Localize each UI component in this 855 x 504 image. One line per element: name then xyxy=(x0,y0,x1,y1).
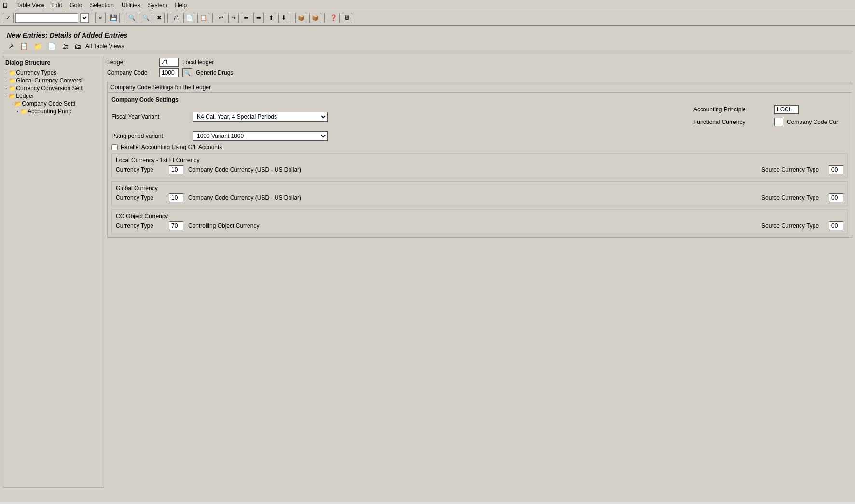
fiscal-year-select[interactable]: K4 Cal. Year, 4 Special Periods xyxy=(193,112,328,122)
sidebar-item-currency-types[interactable]: · 📁 Currency Types xyxy=(5,69,102,77)
menu-utilities[interactable]: Utilities xyxy=(118,1,144,10)
page-toolbar-icon3[interactable]: 📁 xyxy=(32,42,43,51)
pkg2-button[interactable]: 📦 xyxy=(309,13,321,23)
folder-icon-3: 📁 xyxy=(9,85,16,92)
co-currency-row: Currency Type Controlling Object Currenc… xyxy=(116,221,843,230)
doc1-button[interactable]: 📄 xyxy=(183,13,195,23)
nav5-button[interactable]: ⬆ xyxy=(266,13,276,23)
menu-edit[interactable]: Edit xyxy=(48,1,66,10)
main-section-box: Company Code Settings for the Ledger Com… xyxy=(107,82,852,238)
company-value-input[interactable] xyxy=(159,68,179,77)
local-currency-type-input[interactable] xyxy=(169,165,183,174)
toolbar-sep-5 xyxy=(292,13,292,23)
body-layout: Dialog Structure · 📁 Currency Types · 📁 … xyxy=(3,56,852,488)
nav6-button[interactable]: ⬇ xyxy=(278,13,289,23)
local-source-value-input[interactable] xyxy=(829,165,843,174)
find-button[interactable]: 🔍 xyxy=(126,13,138,23)
co-currency-type-label: Currency Type xyxy=(116,222,164,229)
ledger-label: Ledger xyxy=(107,59,155,66)
page-toolbar-icon1[interactable]: ↗ xyxy=(7,42,15,51)
back-button[interactable]: « xyxy=(95,13,106,23)
co-currency-type-input[interactable] xyxy=(169,221,183,230)
local-currency-type-label: Currency Type xyxy=(116,166,164,173)
fc-label: Functional Currency xyxy=(693,119,771,125)
folder-icon-2: 📁 xyxy=(9,77,16,84)
co-source-value-input[interactable] xyxy=(829,221,843,230)
print-button[interactable]: 🖨 xyxy=(171,13,181,23)
toolbar-sep-2 xyxy=(123,13,123,23)
nav3-button[interactable]: ⬅ xyxy=(241,13,251,23)
folder-icon-6: 📁 xyxy=(20,108,28,115)
right-panel: Ledger Local ledger Company Code 🔍 Gener… xyxy=(107,56,852,488)
page-toolbar-icon6[interactable]: 🗂 xyxy=(73,42,83,51)
co-source-label: Source Currency Type xyxy=(761,222,824,229)
help-button[interactable]: ❓ xyxy=(328,13,340,23)
fc-description: Company Code Cur xyxy=(787,119,838,125)
bullet-icon-4: · xyxy=(5,93,7,99)
command-input[interactable] xyxy=(15,13,78,23)
subsection-title: Company Code Settings xyxy=(111,95,848,105)
menu-bar: 🖥 Table View Edit Goto Selection Utiliti… xyxy=(0,0,855,11)
sidebar-item-company-code[interactable]: · 📂 Company Code Setti xyxy=(5,100,102,108)
parallel-accounting-checkbox[interactable] xyxy=(111,144,118,150)
posting-period-label: Pstng period variant xyxy=(111,133,189,139)
ap-value-input[interactable] xyxy=(774,105,799,114)
toolbar-sep-4 xyxy=(212,13,213,23)
folder-icon-5: 📂 xyxy=(14,100,22,107)
page-toolbar-icon4[interactable]: 📄 xyxy=(46,42,57,51)
local-source-label: Source Currency Type xyxy=(761,166,824,173)
command-dropdown[interactable]: ▼ xyxy=(80,13,89,23)
cancel-button[interactable]: ✖ xyxy=(154,13,165,23)
section-content: Company Code Settings Fiscal Year Varian… xyxy=(108,93,852,237)
page-toolbar: ↗ 📋 📁 📄 🗂 🗂 All Table Views xyxy=(7,42,848,51)
bullet-icon-6: · xyxy=(17,108,18,115)
sidebar: Dialog Structure · 📁 Currency Types · 📁 … xyxy=(3,56,104,488)
page-toolbar-icon5[interactable]: 🗂 xyxy=(60,42,70,51)
toolbar-sep-6 xyxy=(324,13,325,23)
sidebar-item-ledger[interactable]: · 📂 Ledger xyxy=(5,92,102,100)
parallel-accounting-label: Parallel Accounting Using G/L Accounts xyxy=(121,144,222,150)
menu-help[interactable]: Help xyxy=(171,1,191,10)
local-currency-title: Local Currency - 1st FI Currency xyxy=(116,156,843,165)
fiscal-year-row: Fiscal Year Variant K4 Cal. Year, 4 Spec… xyxy=(111,105,848,128)
monitor-button[interactable]: 🖥 xyxy=(342,13,352,23)
menu-selection[interactable]: Selection xyxy=(86,1,118,10)
save-button[interactable]: 💾 xyxy=(108,13,120,23)
global-source-value-input[interactable] xyxy=(829,193,843,202)
posting-period-row: Pstng period variant 1000 Variant 1000 xyxy=(111,131,848,141)
menu-goto[interactable]: Goto xyxy=(66,1,86,10)
company-row: Company Code 🔍 Generic Drugs xyxy=(107,68,852,77)
global-currency-title: Global Currency xyxy=(116,184,843,193)
company-search-button[interactable]: 🔍 xyxy=(182,68,192,77)
toolbar: ✓ ▼ « 💾 🔍 🔍 ✖ 🖨 📄 📋 ↩ ↪ ⬅ ➡ ⬆ ⬇ 📦 📦 ❓ 🖥 xyxy=(0,11,855,26)
toolbar-sep-1 xyxy=(92,13,92,23)
pkg1-button[interactable]: 📦 xyxy=(295,13,307,23)
ledger-description: Local ledger xyxy=(182,59,214,66)
fiscal-year-label: Fiscal Year Variant xyxy=(111,113,189,120)
global-currency-type-label: Currency Type xyxy=(116,194,164,201)
ledger-row: Ledger Local ledger xyxy=(107,58,852,67)
nav1-button[interactable]: ↩ xyxy=(216,13,226,23)
doc2-button[interactable]: 📋 xyxy=(197,13,209,23)
sidebar-item-currency-conversion[interactable]: · 📁 Currency Conversion Sett xyxy=(5,84,102,92)
find2-button[interactable]: 🔍 xyxy=(140,13,152,23)
ledger-value-input[interactable] xyxy=(159,58,179,67)
company-label: Company Code xyxy=(107,69,155,76)
main-content: New Entries: Details of Added Entries ↗ … xyxy=(0,26,855,502)
page-header: New Entries: Details of Added Entries ↗ … xyxy=(3,28,852,53)
ap-row: Accounting Principle xyxy=(693,105,848,114)
posting-period-select[interactable]: 1000 Variant 1000 xyxy=(193,131,328,141)
sidebar-title: Dialog Structure xyxy=(5,59,102,66)
fc-checkbox-input[interactable] xyxy=(774,118,783,126)
checkmark-button[interactable]: ✓ xyxy=(3,13,14,23)
page-toolbar-icon2[interactable]: 📋 xyxy=(18,42,29,51)
nav2-button[interactable]: ↪ xyxy=(228,13,239,23)
sidebar-item-accounting[interactable]: · 📁 Accounting Princ xyxy=(5,108,102,115)
folder-icon-1: 📁 xyxy=(9,69,16,76)
menu-system[interactable]: System xyxy=(144,1,171,10)
sidebar-item-global-currency[interactable]: · 📁 Global Currency Conversi xyxy=(5,77,102,84)
menu-tableview[interactable]: Table View xyxy=(13,1,48,10)
fc-row: Functional Currency Company Code Cur xyxy=(693,118,848,126)
global-currency-type-input[interactable] xyxy=(169,193,183,202)
nav4-button[interactable]: ➡ xyxy=(253,13,264,23)
